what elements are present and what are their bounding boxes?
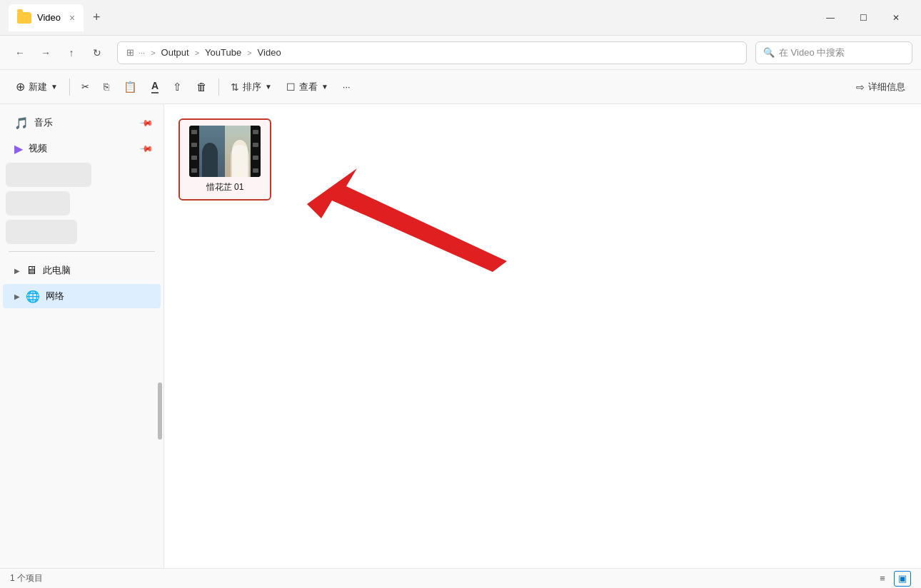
network-chevron: ▶ — [14, 293, 20, 300]
content-area: 惜花芷 01 — [164, 104, 921, 568]
film-hole — [253, 130, 258, 134]
new-chevron: ▼ — [51, 83, 58, 91]
back-btn[interactable]: ← — [9, 41, 31, 64]
music-pin-icon: 📌 — [139, 116, 154, 131]
statusbar: 1 个项目 ≡ ▣ — [0, 568, 921, 588]
file-item[interactable]: 惜花芷 01 — [178, 118, 271, 201]
search-placeholder: 在 Video 中搜索 — [779, 46, 845, 59]
film-strip-right — [251, 126, 261, 177]
film-image — [199, 126, 251, 177]
sidebar-this-pc-label: 此电脑 — [43, 264, 152, 277]
paste-btn[interactable]: 📋 — [118, 76, 143, 98]
share-btn[interactable]: ⇧ — [167, 76, 188, 98]
tab-close-btn[interactable]: × — [69, 12, 75, 24]
sidebar-blurred-3 — [6, 220, 77, 244]
film-hole — [253, 168, 258, 173]
breadcrumb-youtube[interactable]: YouTube — [205, 47, 241, 58]
sep2: > — [195, 49, 199, 57]
video-icon: ▶ — [14, 142, 23, 156]
copy-icon: ⎘ — [104, 81, 109, 92]
new-label: 新建 — [29, 81, 47, 93]
minimize-btn[interactable]: — — [814, 6, 847, 29]
maximize-btn[interactable]: ☐ — [847, 6, 880, 29]
details-btn[interactable]: ⇨ 详细信息 — [850, 76, 911, 98]
sidebar-network-label: 网络 — [46, 290, 152, 303]
video-pin-icon: 📌 — [139, 141, 154, 156]
item-count: 1 个项目 — [10, 572, 43, 584]
divider-1 — [69, 78, 70, 96]
view-grid-btn[interactable]: ▣ — [894, 571, 911, 587]
tab-folder-icon — [17, 12, 31, 24]
cut-icon: ✂ — [81, 81, 89, 92]
view-label: 查看 — [299, 81, 318, 93]
delete-icon: 🗑 — [196, 81, 207, 93]
delete-btn[interactable]: 🗑 — [191, 76, 213, 98]
sort-chevron: ▼ — [265, 83, 272, 91]
sort-btn[interactable]: ⇅ 排序 ▼ — [225, 76, 278, 98]
share-icon: ⇧ — [173, 81, 182, 93]
titlebar: Video × + — ☐ ✕ — [0, 0, 921, 36]
toolbar: ⊕ 新建 ▼ ✂ ⎘ 📋 A ⇧ 🗑 ⇅ 排序 ▼ ☐ 查看 ▼ ··· ⇨ 详… — [0, 70, 921, 104]
active-tab[interactable]: Video × — [9, 4, 84, 31]
this-pc-chevron: ▶ — [14, 267, 20, 275]
scrollbar-thumb[interactable] — [158, 382, 162, 440]
new-btn[interactable]: ⊕ 新建 ▼ — [10, 76, 64, 98]
file-name: 惜花芷 01 — [186, 181, 264, 193]
view-list-btn[interactable]: ≡ — [874, 571, 891, 587]
details-icon: ⇨ — [856, 81, 865, 93]
view-btn[interactable]: ☐ 查看 ▼ — [281, 76, 334, 98]
new-icon: ⊕ — [16, 80, 25, 93]
sidebar-blurred-2 — [6, 191, 70, 216]
paste-icon: 📋 — [124, 81, 137, 93]
this-pc-icon: 🖥 — [26, 264, 37, 277]
sidebar-item-video[interactable]: ▶ 视频 📌 — [3, 136, 161, 161]
breadcrumb-output[interactable]: Output — [161, 47, 189, 58]
rename-btn[interactable]: A — [146, 76, 164, 98]
sidebar-divider — [9, 251, 155, 252]
more-icon: ··· — [343, 81, 351, 92]
up-btn[interactable]: ↑ — [60, 41, 83, 64]
file-thumbnail — [189, 126, 261, 177]
film-hole — [191, 143, 197, 147]
search-box[interactable]: 🔍 在 Video 中搜索 — [755, 41, 912, 64]
sep1: > — [151, 49, 155, 57]
sort-icon: ⇅ — [231, 81, 239, 93]
navbar: ← → ↑ ↻ ⊞ ··· > Output > YouTube > Video… — [0, 36, 921, 70]
film-strip-left — [189, 126, 199, 177]
view-chevron: ▼ — [321, 83, 328, 91]
music-icon: 🎵 — [14, 116, 29, 130]
sidebar-blurred-1 — [6, 163, 91, 187]
film-hole — [191, 130, 197, 134]
more-btn[interactable]: ··· — [337, 76, 356, 98]
file-grid: 惜花芷 01 — [178, 118, 907, 201]
main-area: 🎵 音乐 📌 ▶ 视频 📌 ▶ 🖥 此电脑 ▶ 🌐 网络 — [0, 104, 921, 568]
titlebar-tabs: Video × + — [9, 4, 814, 31]
film-hole — [253, 143, 258, 147]
sidebar-item-this-pc[interactable]: ▶ 🖥 此电脑 — [3, 258, 161, 283]
breadcrumb-video[interactable]: Video — [258, 47, 281, 58]
cut-btn[interactable]: ✂ — [76, 76, 95, 98]
divider-2 — [218, 78, 219, 96]
statusbar-view-controls: ≡ ▣ — [874, 571, 911, 587]
sidebar: 🎵 音乐 📌 ▶ 视频 📌 ▶ 🖥 此电脑 ▶ 🌐 网络 — [0, 104, 164, 568]
search-icon: 🔍 — [763, 47, 775, 58]
tab-title: Video — [37, 12, 61, 23]
copy-btn[interactable]: ⎘ — [98, 76, 115, 98]
close-btn[interactable]: ✕ — [880, 6, 912, 29]
network-icon: 🌐 — [26, 290, 40, 303]
forward-btn[interactable]: → — [34, 41, 57, 64]
sidebar-video-label: 视频 — [29, 142, 136, 155]
details-label: 详细信息 — [868, 81, 905, 93]
breadcrumb-expand-icon: ⊞ — [126, 47, 134, 58]
sep3: > — [247, 49, 251, 57]
film-hole — [253, 156, 258, 160]
address-bar[interactable]: ⊞ ··· > Output > YouTube > Video — [117, 41, 747, 64]
new-tab-btn[interactable]: + — [85, 6, 108, 29]
sidebar-item-music[interactable]: 🎵 音乐 📌 — [3, 111, 161, 135]
refresh-btn[interactable]: ↻ — [86, 41, 109, 64]
window-controls: — ☐ ✕ — [814, 6, 912, 29]
rename-icon: A — [151, 80, 158, 93]
scrollbar-track[interactable] — [158, 104, 162, 568]
sidebar-item-network[interactable]: ▶ 🌐 网络 — [3, 284, 161, 308]
film-hole — [191, 168, 197, 173]
